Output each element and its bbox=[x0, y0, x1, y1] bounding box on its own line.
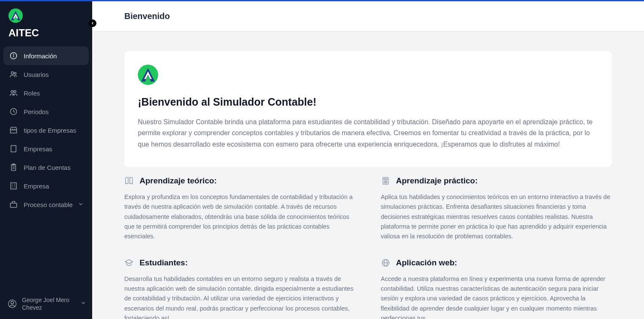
svg-line-11 bbox=[14, 112, 15, 112]
store-icon bbox=[9, 126, 18, 134]
feature-estudiantes: Estudiantes: Desarrolla tus habilidades … bbox=[124, 258, 356, 319]
feature-body: Aplica tus habilidades y conocimientos t… bbox=[381, 192, 612, 241]
svg-rect-36 bbox=[384, 179, 387, 180]
brand-name: AITEC bbox=[0, 27, 92, 46]
sidebar-item-periodos[interactable]: Periodos bbox=[3, 102, 89, 121]
chevron-down-icon bbox=[78, 201, 84, 208]
svg-rect-12 bbox=[11, 146, 16, 152]
sidebar-item-label: Plan de Cuentas bbox=[24, 164, 71, 171]
globe-icon bbox=[381, 258, 390, 267]
svg-rect-30 bbox=[11, 203, 17, 207]
svg-point-8 bbox=[14, 90, 16, 93]
feature-title: Aprendizaje práctico: bbox=[396, 176, 478, 185]
feature-title: Estudiantes: bbox=[140, 258, 188, 267]
feature-title: Aplicación web: bbox=[396, 258, 458, 267]
welcome-body: Nuestro Simulador Contable brinda una pl… bbox=[138, 117, 598, 150]
sidebar-item-label: Proceso contable bbox=[24, 201, 73, 208]
feature-body: Accede a nuestra plataforma en línea y e… bbox=[381, 274, 612, 319]
svg-point-4 bbox=[14, 54, 14, 55]
page-header: Bienvenido bbox=[92, 1, 644, 32]
svg-point-40 bbox=[384, 183, 384, 183]
svg-point-5 bbox=[11, 72, 14, 74]
main-area: Bienvenido ¡Bienvenido al Simulador Cont… bbox=[92, 1, 644, 319]
sidebar-item-usuarios[interactable]: Usuarios bbox=[3, 65, 89, 84]
sidebar-item-label: Roles bbox=[24, 90, 40, 97]
svg-point-37 bbox=[384, 181, 384, 181]
sidebar-item-label: Usuarios bbox=[24, 71, 49, 78]
users-icon bbox=[9, 70, 18, 79]
chevron-down-icon bbox=[80, 300, 86, 307]
svg-point-41 bbox=[385, 183, 386, 183]
feature-body: Desarrolla tus habilidades contables en … bbox=[124, 274, 356, 319]
roles-icon bbox=[9, 89, 18, 97]
book-icon bbox=[124, 176, 134, 185]
clock-icon bbox=[9, 107, 18, 116]
feature-practico: Aprendizaje práctico: Aplica tus habilid… bbox=[381, 176, 612, 241]
graduation-icon bbox=[124, 258, 134, 267]
sidebar-item-plan-cuentas[interactable]: Plan de Cuentas bbox=[3, 158, 89, 177]
sidebar-collapse-button[interactable] bbox=[89, 19, 96, 27]
sidebar-nav: Información Usuarios Roles Periodos tipo… bbox=[0, 46, 92, 290]
sidebar-item-empresas[interactable]: Empresas bbox=[3, 139, 89, 158]
sidebar-item-informacion[interactable]: Información bbox=[3, 46, 89, 65]
feature-body: Explora y profundiza en los conceptos fu… bbox=[124, 192, 356, 241]
briefcase-icon bbox=[9, 200, 18, 209]
sidebar-item-label: tipos de Empresas bbox=[24, 127, 76, 134]
sidebar: AITEC Información Usuarios Roles Periodo… bbox=[0, 0, 92, 319]
svg-point-32 bbox=[11, 301, 14, 304]
page-content: ¡Bienvenido al Simulador Contable! Nuest… bbox=[92, 32, 644, 319]
sidebar-item-proceso-contable[interactable]: Proceso contable bbox=[3, 195, 89, 214]
feature-web: Aplicación web: Accede a nuestra platafo… bbox=[381, 258, 612, 319]
sidebar-item-empresa[interactable]: Empresa bbox=[3, 177, 89, 195]
svg-rect-23 bbox=[11, 183, 16, 189]
welcome-card: ¡Bienvenido al Simulador Contable! Nuest… bbox=[124, 51, 612, 167]
user-circle-icon bbox=[8, 299, 17, 308]
sidebar-item-label: Empresa bbox=[24, 183, 49, 190]
svg-point-42 bbox=[386, 183, 387, 183]
user-menu[interactable]: George Joel Mero Chevez bbox=[0, 290, 92, 319]
sidebar-item-label: Periodos bbox=[24, 108, 49, 115]
sidebar-logo bbox=[0, 0, 92, 27]
svg-point-6 bbox=[14, 72, 16, 74]
info-icon bbox=[9, 52, 18, 60]
features-grid: Aprendizaje teórico: Explora y profundiz… bbox=[124, 176, 612, 319]
svg-point-39 bbox=[386, 181, 387, 181]
svg-point-7 bbox=[11, 90, 13, 93]
svg-point-38 bbox=[385, 181, 386, 181]
top-accent-bar bbox=[0, 0, 644, 1]
feature-title: Aprendizaje teórico: bbox=[140, 176, 217, 185]
calculator-icon bbox=[381, 176, 390, 185]
clipboard-icon bbox=[9, 163, 18, 172]
sidebar-item-tipos-empresas[interactable]: tipos de Empresas bbox=[3, 121, 89, 139]
sidebar-item-label: Empresas bbox=[24, 145, 52, 153]
office-icon bbox=[9, 182, 18, 190]
page-title: Bienvenido bbox=[124, 11, 612, 21]
logo-icon bbox=[138, 65, 158, 85]
sidebar-item-label: Información bbox=[24, 52, 57, 60]
sidebar-item-roles[interactable]: Roles bbox=[3, 84, 89, 102]
feature-teorico: Aprendizaje teórico: Explora y profundiz… bbox=[124, 176, 356, 241]
logo-icon bbox=[8, 8, 23, 23]
welcome-heading: ¡Bienvenido al Simulador Contable! bbox=[138, 96, 598, 108]
user-name: George Joel Mero Chevez bbox=[22, 296, 85, 311]
building-icon bbox=[9, 145, 18, 153]
